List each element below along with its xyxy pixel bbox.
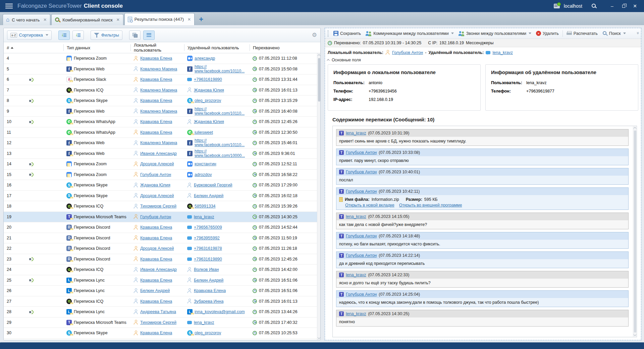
table-row[interactable]: 10 Переписка WhatsApp Кравцова Елена Жда…: [4, 117, 320, 127]
table-row[interactable]: 18 Переписка ICQ Тихомиров Сергей 585991…: [4, 201, 320, 212]
gear-icon[interactable]: ⚙: [312, 32, 317, 39]
local-user-link[interactable]: Кравцова Елена: [140, 225, 172, 230]
close-button[interactable]: ✕: [629, 2, 641, 10]
remote-user-link[interactable]: https:// www.facebook.com/10000...: [195, 149, 245, 158]
column-header-type[interactable]: Тип данных: [63, 44, 130, 51]
local-user-link[interactable]: Иванов Александр: [140, 151, 177, 156]
remote-user-link[interactable]: +79631619878: [194, 246, 222, 251]
tab-close-icon[interactable]: ✕: [187, 17, 191, 22]
remote-user-link[interactable]: александр: [195, 56, 215, 61]
table-row[interactable]: 24 Переписка ICQ Иванов Александр Волков…: [4, 265, 320, 275]
remote-user-link[interactable]: lena_kravz: [194, 320, 214, 325]
hamburger-menu-icon[interactable]: [5, 4, 13, 8]
panel-splitter[interactable]: [321, 28, 325, 340]
table-row[interactable]: 5 Переписка Web Коваленко Марина https:/…: [4, 64, 320, 75]
table-row[interactable]: 4 Переписка Zoom Кравцова Елена александ…: [4, 53, 320, 64]
tab-combined-search[interactable]: Комбинированный поиск ✕: [51, 14, 123, 25]
message-sender-link[interactable]: Голубцов Антон: [346, 292, 377, 297]
calls-button[interactable]: Звонки между пользователями: [457, 31, 533, 36]
remote-user-link[interactable]: Жданова Юлия: [194, 119, 224, 124]
table-row[interactable]: 30 Переписка Skype Кравцова Елена oleg_p…: [4, 328, 320, 339]
message-sender-link[interactable]: Голубцов Антон: [346, 234, 377, 238]
remote-user-link[interactable]: https:// www.facebook.com/10110...: [195, 138, 245, 147]
tab-close-icon[interactable]: ✕: [43, 17, 47, 22]
table-scrollbar[interactable]: [317, 53, 320, 340]
message-sender-link[interactable]: Голубцов Антон: [346, 150, 377, 155]
local-user-link[interactable]: Кравцова Елена: [140, 119, 172, 124]
open-external-link[interactable]: Открыть во внешней программе: [399, 203, 462, 208]
local-user-link[interactable]: Тихомиров Сергей: [140, 320, 176, 325]
table-row[interactable]: 25 Переписка Lync Кравцова Елена Белкин …: [4, 275, 320, 286]
remote-user-link[interactable]: https:// www.facebook.com/10110...: [195, 65, 245, 73]
add-tab-button[interactable]: +: [196, 15, 207, 25]
message-sender-link[interactable]: Голубцов Антон: [346, 253, 377, 258]
table-row[interactable]: 14 Переписка Zoom Дроздов Алексей конста…: [4, 159, 320, 170]
remote-user-link[interactable]: inna_kovoleva@gmail.com: [195, 309, 245, 314]
main-fields-section-toggle[interactable]: Основные поля: [325, 57, 641, 64]
local-user-link[interactable]: Белкин Андрей: [140, 288, 170, 293]
local-user-link[interactable]: Голубцов Антон: [140, 215, 171, 219]
sort-descending-button[interactable]: [72, 31, 84, 40]
table-row[interactable]: 13 Переписка Web Иванов Александр https:…: [4, 149, 320, 159]
local-user-link[interactable]: Кравцова Елена: [140, 236, 172, 240]
table-row[interactable]: 23 Переписка Discord Кравцова Елена +796…: [4, 254, 320, 265]
card-view-button[interactable]: [129, 31, 141, 40]
remote-user-link[interactable]: Белкин Андрей: [194, 193, 223, 198]
remote-user-link[interactable]: константин: [195, 162, 216, 166]
message-sender-link[interactable]: lena_kravz: [346, 311, 366, 316]
column-header-local-user[interactable]: Локальный пользователь: [130, 44, 184, 51]
toolbar-overflow-icon[interactable]: »: [636, 32, 641, 35]
local-user-link[interactable]: Дроздов Алексей: [140, 162, 174, 166]
remote-user-link[interactable]: +79631619890: [194, 77, 222, 82]
table-row[interactable]: 27 Переписка ICQ Кравцова Елена Зубарева…: [4, 296, 320, 307]
column-header-num[interactable]: #: [4, 44, 63, 51]
local-user-link[interactable]: Кравцова Елена: [140, 299, 172, 304]
message-sender-link[interactable]: lena_kravz: [346, 131, 366, 135]
remote-user-link[interactable]: 585991334: [195, 204, 216, 209]
remote-user-link[interactable]: Зубарева Инна: [194, 299, 223, 304]
communications-button[interactable]: Коммуникации между пользователями: [364, 31, 455, 36]
remote-user-link[interactable]: Белкин Андрей: [194, 278, 223, 283]
save-button[interactable]: Сохранить: [332, 31, 363, 36]
tab-close-icon[interactable]: ✕: [116, 17, 120, 22]
table-row[interactable]: 22 Переписка Discord Дроздов Алексей +79…: [4, 243, 320, 254]
local-user-link[interactable]: Жданова Юлия: [140, 183, 170, 187]
local-user-link[interactable]: Тихомиров Сергей: [140, 204, 176, 209]
table-row[interactable]: 6 Переписка Slack Кравцова Елена +796316…: [4, 74, 320, 85]
table-row[interactable]: 8 Переписка Skype Кравцова Елена oleg_pr…: [4, 96, 320, 106]
remote-user-link[interactable]: adrozdov: [195, 172, 212, 177]
remote-user-link[interactable]: https:// www.facebook.com/10110...: [195, 107, 245, 116]
tab-getting-started[interactable]: ⌂ С чего начать ✕: [3, 14, 50, 25]
minimize-button[interactable]: –: [606, 2, 618, 10]
table-row[interactable]: 20 Переписка Discord Кравцова Елена +796…: [4, 222, 320, 233]
remote-user-link[interactable]: Бурковский Георгий: [194, 183, 232, 187]
remote-user-link[interactable]: juliesweet: [195, 130, 213, 135]
local-user-link[interactable]: Дроздов Алексей: [140, 193, 174, 198]
table-row[interactable]: 21 Переписка Discord Кравцова Елена +796…: [4, 233, 320, 244]
local-user-link[interactable]: Кравцова Елена: [140, 56, 172, 61]
print-button[interactable]: Распечатать: [565, 31, 599, 36]
message-sender-link[interactable]: lena_kravz: [346, 273, 366, 277]
table-row[interactable]: 11 Переписка WhatsApp Кравцова Елена jul…: [4, 127, 320, 138]
remote-user-link[interactable]: Кравцова Елена: [194, 288, 226, 293]
filters-button[interactable]: Фильтры: [91, 31, 122, 40]
table-row[interactable]: 16 Переписка Skype Жданова Юлия Бурковск…: [4, 180, 320, 191]
column-header-remote-user[interactable]: Удалённый пользователь: [184, 44, 250, 51]
remote-user-link[interactable]: Жданова Юлия: [194, 88, 224, 93]
local-user-link[interactable]: Дроздов Алексей: [140, 246, 174, 251]
local-user-link[interactable]: Голубцов Антон: [140, 172, 171, 177]
sort-ascending-button[interactable]: [58, 31, 70, 40]
table-row[interactable]: 9 Переписка Web Коваленко Марина https:/…: [4, 106, 320, 117]
table-row[interactable]: 26 Переписка Lync Белкин Андрей Кравцова…: [4, 286, 320, 296]
local-user-link[interactable]: Кравцова Елена: [140, 278, 172, 283]
table-row[interactable]: 7 Переписка ICQ Коваленко Марина Жданова…: [4, 85, 320, 96]
local-user-link[interactable]: Иванов Александр: [140, 267, 177, 272]
remote-user-link[interactable]: lena_kravz: [492, 50, 513, 55]
search-button[interactable]: Поиск: [601, 31, 628, 36]
local-user-link[interactable]: Голубцов Антон: [392, 50, 423, 55]
table-row[interactable]: 19 Переписка Microsoft Teams Голубцов Ан…: [4, 212, 320, 223]
sort-button[interactable]: a·Z Сортировка: [7, 31, 52, 40]
table-row[interactable]: 12 Переписка Web Коваленко Марина https:…: [4, 138, 320, 149]
local-user-link[interactable]: Кравцова Елена: [140, 257, 172, 261]
list-view-button[interactable]: [143, 31, 155, 40]
